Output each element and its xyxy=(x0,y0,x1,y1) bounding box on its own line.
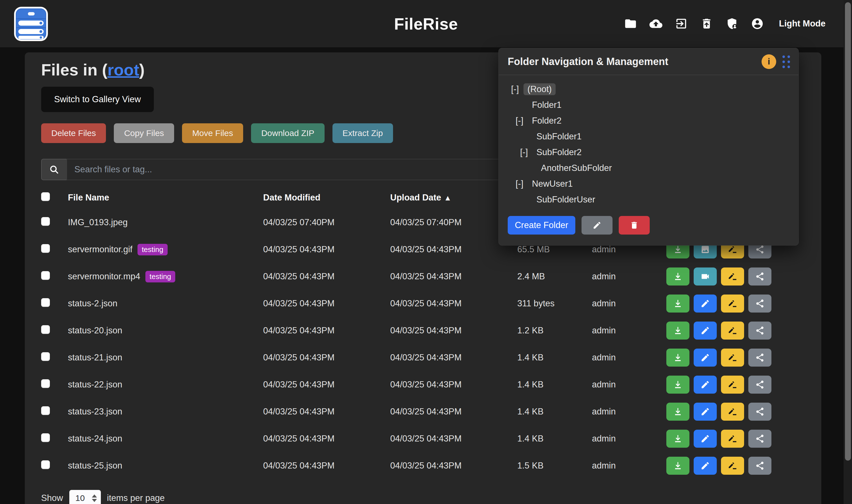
file-name[interactable]: servermonitor.mp4 xyxy=(68,271,140,282)
tree-toggle[interactable]: [-] xyxy=(516,116,528,126)
download-button[interactable] xyxy=(666,348,690,366)
scrollbar-track[interactable] xyxy=(844,0,852,504)
tree-folder-label[interactable]: (Root) xyxy=(523,83,556,95)
file-name[interactable]: status-25.json xyxy=(68,461,122,471)
delete-folder-button[interactable] xyxy=(619,216,650,235)
switch-gallery-view-button[interactable]: Switch to Gallery View xyxy=(41,87,154,112)
share-button[interactable] xyxy=(748,403,771,421)
file-name[interactable]: servermonitor.gif xyxy=(68,245,133,254)
folder-tree-item[interactable]: SubFolder1 xyxy=(511,129,793,144)
download-button[interactable] xyxy=(666,430,690,448)
file-name[interactable]: status-21.json xyxy=(68,353,122,363)
tree-folder-label[interactable]: SubFolder1 xyxy=(533,131,586,142)
row-checkbox[interactable] xyxy=(41,271,50,280)
folder-icon[interactable] xyxy=(624,17,638,31)
folder-tree-item[interactable]: [-]SubFolder2 xyxy=(511,144,793,160)
create-folder-button[interactable]: Create Folder xyxy=(508,216,575,235)
row-checkbox[interactable] xyxy=(41,433,50,442)
row-checkbox[interactable] xyxy=(41,217,50,226)
logout-icon[interactable] xyxy=(674,17,688,31)
file-name[interactable]: IMG_0193.jpeg xyxy=(68,217,128,228)
tree-folder-label[interactable]: SubFolder2 xyxy=(533,146,586,158)
rename-button[interactable] xyxy=(721,430,744,448)
share-button[interactable] xyxy=(748,457,771,475)
row-checkbox[interactable] xyxy=(41,325,50,334)
download-button[interactable] xyxy=(666,403,690,421)
rename-button[interactable] xyxy=(721,376,744,394)
edit-button[interactable] xyxy=(694,348,717,366)
edit-button[interactable] xyxy=(694,376,717,394)
row-checkbox[interactable] xyxy=(41,298,50,307)
tree-folder-label[interactable]: AnotherSubFolder xyxy=(537,162,616,174)
rename-button[interactable] xyxy=(721,294,744,312)
rename-folder-button[interactable] xyxy=(581,216,612,235)
rename-button[interactable] xyxy=(721,403,744,421)
row-checkbox[interactable] xyxy=(41,460,50,469)
info-icon[interactable]: i xyxy=(762,54,776,69)
column-date-modified[interactable]: Date Modified xyxy=(263,193,390,203)
tree-folder-label[interactable]: SubFolderUser xyxy=(533,194,599,205)
trash-restore-icon[interactable] xyxy=(699,17,714,31)
share-button[interactable] xyxy=(748,376,771,394)
download-button[interactable] xyxy=(666,376,690,394)
share-button[interactable] xyxy=(748,268,771,286)
root-folder-link[interactable]: root xyxy=(107,60,139,79)
edit-button[interactable] xyxy=(694,294,717,312)
select-all-checkbox[interactable] xyxy=(41,192,50,201)
file-name[interactable]: status-2.json xyxy=(68,299,118,309)
copy-files-button[interactable]: Copy Files xyxy=(114,123,174,143)
folder-tree-item[interactable]: [-]NewUser1 xyxy=(511,176,793,192)
tree-toggle[interactable]: [-] xyxy=(520,147,533,157)
drag-handle-icon[interactable] xyxy=(782,55,790,68)
file-name[interactable]: status-24.json xyxy=(68,434,122,444)
share-button[interactable] xyxy=(748,348,771,366)
upload-date: 04/03/25 04:43PM xyxy=(390,461,517,471)
edit-button[interactable] xyxy=(694,322,717,340)
rename-button[interactable] xyxy=(721,457,744,475)
row-checkbox[interactable] xyxy=(41,406,50,415)
rename-button[interactable] xyxy=(721,322,744,340)
move-files-button[interactable]: Move Files xyxy=(182,123,243,143)
file-name[interactable]: status-22.json xyxy=(68,380,122,390)
items-per-page-select[interactable]: 10 xyxy=(69,490,101,504)
download-button[interactable] xyxy=(666,457,690,475)
date-modified: 04/03/25 04:43PM xyxy=(263,353,390,363)
preview-button[interactable] xyxy=(694,268,717,286)
column-file-name[interactable]: File Name xyxy=(68,193,263,203)
share-button[interactable] xyxy=(748,322,771,340)
delete-files-button[interactable]: Delete Files xyxy=(41,123,106,143)
rename-button[interactable] xyxy=(721,268,744,286)
download-button[interactable] xyxy=(666,322,690,340)
edit-button[interactable] xyxy=(694,430,717,448)
tree-folder-label[interactable]: Folder1 xyxy=(528,99,566,111)
rename-button[interactable] xyxy=(721,348,744,366)
extract-zip-button[interactable]: Extract Zip xyxy=(332,123,393,143)
folder-tree-item[interactable]: Folder1 xyxy=(511,97,793,113)
date-modified: 04/03/25 07:40PM xyxy=(263,217,390,228)
folder-tree-item[interactable]: AnotherSubFolder xyxy=(511,160,793,176)
tree-folder-label[interactable]: NewUser1 xyxy=(528,178,577,190)
download-zip-button[interactable]: Download ZIP xyxy=(251,123,324,143)
account-icon[interactable] xyxy=(750,17,764,31)
file-name[interactable]: status-20.json xyxy=(68,325,122,336)
edit-button[interactable] xyxy=(694,403,717,421)
tree-toggle[interactable]: [-] xyxy=(516,179,528,189)
theme-toggle-button[interactable]: Light Mode xyxy=(779,19,825,29)
scrollbar-thumb[interactable] xyxy=(845,2,851,461)
row-checkbox[interactable] xyxy=(41,352,50,361)
edit-button[interactable] xyxy=(694,457,717,475)
folder-tree-item[interactable]: [-]Folder2 xyxy=(511,113,793,129)
row-checkbox[interactable] xyxy=(41,379,50,388)
folder-tree-item[interactable]: SubFolderUser xyxy=(511,192,793,208)
row-checkbox[interactable] xyxy=(41,244,50,253)
download-button[interactable] xyxy=(666,268,690,286)
folder-tree-item[interactable]: [-](Root) xyxy=(511,82,793,97)
file-name[interactable]: status-23.json xyxy=(68,407,122,417)
share-button[interactable] xyxy=(748,430,771,448)
cloud-upload-icon[interactable] xyxy=(649,17,663,31)
download-button[interactable] xyxy=(666,294,690,312)
share-button[interactable] xyxy=(748,294,771,312)
tree-folder-label[interactable]: Folder2 xyxy=(528,115,566,127)
tree-toggle[interactable]: [-] xyxy=(511,84,523,94)
admin-shield-icon[interactable] xyxy=(725,17,739,31)
